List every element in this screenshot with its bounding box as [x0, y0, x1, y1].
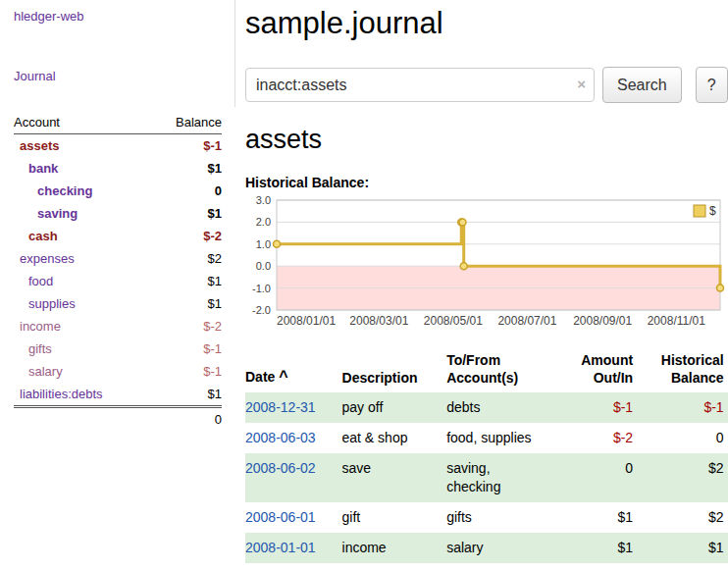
register-row: 2008-06-03eat & shopfood, supplies$-20 [245, 423, 728, 453]
svg-text:2.0: 2.0 [256, 216, 271, 228]
account-link[interactable]: checking [37, 183, 92, 198]
account-row: saving$1 [14, 202, 222, 225]
transaction-description: eat & shop [342, 423, 447, 453]
account-row: supplies$1 [14, 292, 222, 315]
account-link[interactable]: expenses [20, 251, 75, 266]
account-row: cash$-2 [14, 225, 222, 247]
balance-chart: 3.02.01.00.0-1.0-2.02008/01/012008/03/01… [245, 194, 728, 336]
search-button[interactable]: Search [602, 67, 682, 103]
svg-text:2008/05/01: 2008/05/01 [424, 314, 483, 328]
account-row: gifts$-1 [14, 337, 222, 360]
transaction-amount: $-1 [549, 392, 637, 423]
account-balance: $2 [151, 247, 222, 270]
accounts-table: Account Balance assets$-1bank$1checking0… [14, 111, 222, 431]
account-balance: $1 [151, 157, 222, 180]
account-balance: $1 [151, 202, 222, 225]
account-link[interactable]: food [28, 274, 53, 288]
register-col-balance: Historical Balance [637, 347, 727, 392]
app-window: hledger-web Journal Account Balance asse… [0, 0, 728, 571]
account-link[interactable]: cash [28, 229, 58, 243]
account-balance: $-2 [151, 315, 222, 337]
account-row: checking0 [14, 180, 222, 202]
accounts-total-spacer [14, 407, 151, 432]
transaction-amount: $1 [549, 533, 637, 563]
account-link[interactable]: assets [20, 138, 59, 153]
transaction-balance: $-1 [637, 392, 727, 423]
transaction-date-link[interactable]: 2008-06-02 [245, 460, 316, 476]
account-link[interactable]: gifts [28, 341, 52, 356]
account-link[interactable]: salary [28, 364, 63, 379]
account-row: liabilities:debts$1 [14, 383, 222, 407]
svg-text:2008/09/01: 2008/09/01 [573, 314, 632, 328]
account-link[interactable]: liabilities:debts [20, 387, 103, 401]
accounts-table-header-row: Account Balance [14, 111, 222, 134]
transaction-balance: $1 [637, 533, 727, 563]
account-row: income$-2 [14, 315, 222, 337]
transaction-accounts: saving, checking [446, 453, 549, 502]
register-col-date[interactable]: Date ^ [245, 347, 342, 392]
transaction-amount: $1 [549, 502, 637, 533]
register-header-row: Date ^ Description To/From Account(s) Am… [245, 347, 728, 392]
register-row: 2008-06-02savesaving, checking0$2 [245, 453, 728, 502]
transaction-description: pay off [342, 392, 447, 423]
svg-text:3.0: 3.0 [256, 194, 271, 206]
account-link[interactable]: saving [37, 206, 78, 221]
transaction-description: gift [342, 502, 447, 533]
register-row: 2008-01-01incomesalary$1$1 [245, 533, 728, 563]
transaction-balance: 0 [637, 423, 727, 453]
transaction-description: save [342, 453, 447, 502]
svg-text:-1.0: -1.0 [252, 283, 271, 294]
account-balance: $1 [151, 292, 222, 315]
transaction-amount: $-2 [549, 423, 637, 453]
svg-text:2008/03/01: 2008/03/01 [349, 314, 408, 328]
chart-title: Historical Balance: [245, 175, 728, 190]
balance-col-header: Balance [151, 111, 222, 134]
transaction-description: income [342, 533, 447, 563]
svg-text:2008/01/01: 2008/01/01 [277, 314, 336, 328]
accounts-total-row: 0 [14, 407, 222, 432]
transaction-balance: $2 [637, 502, 727, 533]
transaction-accounts: debts [446, 392, 549, 423]
help-button[interactable]: ? [696, 67, 728, 103]
svg-text:2008/07/01: 2008/07/01 [497, 314, 556, 328]
register-row: 2008-12-31pay offdebts$-1$-1 [245, 392, 728, 423]
register-col-accounts: To/From Account(s) [446, 347, 549, 392]
sidebar: hledger-web Journal Account Balance asse… [0, 0, 235, 571]
balance-chart-svg: 3.02.01.00.0-1.0-2.02008/01/012008/03/01… [245, 194, 726, 332]
register-col-amount: Amount Out/In [549, 347, 637, 392]
sort-ascending-icon: ^ [279, 368, 287, 385]
account-row: food$1 [14, 270, 222, 292]
transaction-date-link[interactable]: 2008-06-01 [245, 509, 316, 525]
account-balance: $1 [151, 383, 222, 407]
account-row: assets$-1 [14, 134, 222, 158]
search-input[interactable] [245, 68, 595, 102]
page-title: sample.journal [245, 6, 728, 41]
transaction-date-link[interactable]: 2008-01-01 [245, 540, 316, 555]
accounts-col-header: Account [14, 111, 151, 134]
account-link[interactable]: supplies [28, 296, 76, 311]
account-balance: $-1 [151, 337, 222, 360]
account-balance: $-1 [151, 134, 222, 158]
account-balance: $-1 [151, 360, 222, 383]
sidebar-item-journal[interactable]: Journal [14, 69, 234, 83]
register-table-body: 2008-12-31pay offdebts$-1$-12008-06-03ea… [245, 392, 728, 562]
account-heading: assets [245, 125, 728, 155]
app-brand-link[interactable]: hledger-web [14, 9, 234, 24]
transaction-date-link[interactable]: 2008-06-03 [245, 430, 316, 445]
transaction-amount: 0 [549, 453, 637, 502]
svg-text:1.0: 1.0 [256, 238, 271, 250]
register-col-description: Description [342, 347, 447, 392]
account-link[interactable]: income [20, 319, 61, 334]
clear-search-icon[interactable]: × [577, 76, 586, 93]
account-link[interactable]: bank [28, 161, 58, 176]
svg-text:0.0: 0.0 [256, 260, 271, 272]
account-row: bank$1 [14, 157, 222, 180]
svg-text:2008/11/01: 2008/11/01 [648, 314, 705, 328]
main-content: sample.journal × Search ? assets Histori… [235, 0, 728, 571]
transaction-accounts: food, supplies [446, 423, 549, 453]
date-header-label: Date [245, 369, 275, 385]
register-table: Date ^ Description To/From Account(s) Am… [245, 347, 728, 563]
transaction-balance: $2 [637, 453, 727, 502]
search-bar: × Search ? [245, 67, 728, 103]
transaction-date-link[interactable]: 2008-12-31 [245, 399, 316, 415]
